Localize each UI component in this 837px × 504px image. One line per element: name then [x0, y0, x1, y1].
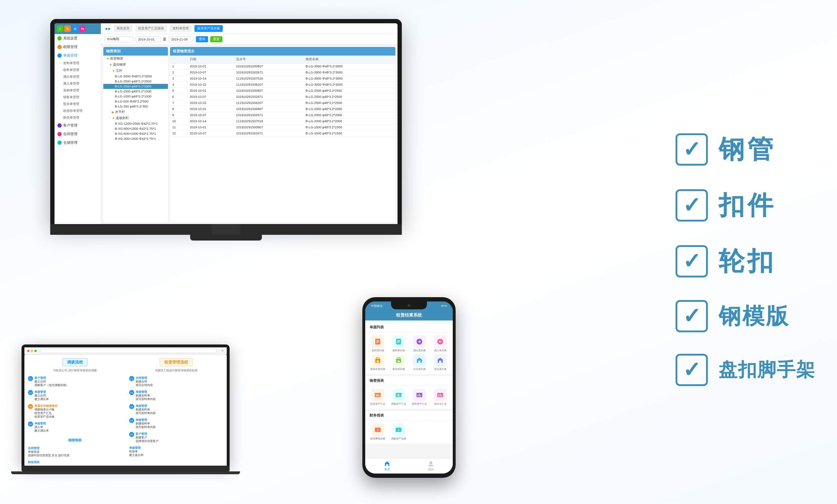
material-tree-panel: 物资类别 ▼ 租赁物资 ▼ 盘扣物资 — [103, 47, 168, 222]
filter-user-input[interactable] — [105, 37, 133, 42]
phone-nav-mine[interactable]: 我的 — [428, 461, 434, 471]
submenu-item-receive[interactable]: 收料单管理 — [60, 67, 101, 73]
submenu-item-purchase[interactable]: 采购单管理 — [60, 87, 101, 94]
step-content-zn: 单据管理 租借单建立盘点单 — [129, 446, 144, 457]
browser-url-bar[interactable] — [41, 349, 217, 353]
step-desc-03: 调拨物资分户账租赁资产汇总租赁资产流水账 — [34, 408, 57, 419]
col-date: 日期 — [188, 56, 234, 63]
phone-item-fali[interactable]: 发料单列表 — [368, 335, 387, 352]
phone-item-zulizongshu[interactable]: ¥ 租赁费用总账 — [368, 423, 387, 441]
submenu-item-sale[interactable]: 销售单管理 — [60, 94, 101, 101]
tree-item-lg2000[interactable]: B-LG-2000 φ48*3.2*2000 — [103, 84, 168, 89]
filter-date-to[interactable] — [169, 37, 194, 42]
phone-item-bancun[interactable]: 暂存单列表 — [389, 354, 408, 371]
phone-item-jincang[interactable]: 进仓单列表 — [431, 354, 450, 371]
submenu-item-lend[interactable]: 租借存单管理 — [60, 108, 101, 114]
system-label: 系统设置 — [63, 36, 77, 41]
tree-item-lg350[interactable]: B-LG-350 φ48*3.2*350 — [103, 104, 168, 109]
laptop-wrapper: ✕ 调拨流程 与租赁公司 进行钢管等物资的调拨 01 — [22, 344, 230, 474]
breadcrumb-summary[interactable]: 租赁资产汇总报表 — [135, 25, 167, 32]
submenu-item-in[interactable]: 调入单管理 — [60, 80, 101, 87]
sidebar-item-permission[interactable]: 权限管理 — [55, 43, 101, 51]
tree-item-lg500[interactable]: B-LG-500 Φ48*3.2*500 — [103, 99, 168, 104]
sidebar-item-warehouse[interactable]: 仓储管理 — [55, 138, 101, 147]
cell-date: 2019-10-01 — [188, 88, 234, 94]
phone-nav-home[interactable]: 首页 — [384, 461, 390, 471]
tree-item-xg600[interactable]: B-XG-600×1000 Φ42*2.75*1 — [103, 131, 168, 136]
phone-battery: 87% — [441, 304, 447, 308]
tree-item-buckle[interactable]: ▼ 盘扣物资 — [103, 62, 168, 68]
tree-item-gaiban[interactable]: ▼ 盖板斜杆 — [103, 115, 168, 121]
folder-icon: ▼ — [112, 117, 115, 120]
phone-item-zulihuizong[interactable]: 租赁资产汇总 — [368, 389, 387, 406]
phone-item-diaopozogshu[interactable]: ¥ 调拨资产总账 — [389, 423, 408, 441]
submenu-item-comp[interactable]: 赔偿单管理 — [60, 114, 101, 121]
sidebar-item-document[interactable]: 单据管理 — [55, 51, 101, 60]
sidebar-btn-share[interactable]: ⇆ — [79, 25, 86, 32]
nav-arrow[interactable]: ◀ ▶ — [105, 27, 111, 30]
breadcrumb-ledger[interactable]: 租赁资产流水账 — [194, 25, 223, 32]
labels-section: ✓ 钢管 ✓ 扣件 ✓ 轮扣 ✓ 钢模版 ✓ 盘扣脚手架 — [654, 118, 815, 386]
cell-date: 2019-10-07 — [188, 112, 234, 118]
table-row[interactable]: 1 2019-10-01 101910291500807 B-LG-3000 Φ… — [170, 63, 395, 70]
table-row[interactable]: 2 2019-10-07 101910291502671 B-LG-3000 Φ… — [170, 70, 395, 76]
phone-nav: 首页 我的 — [365, 458, 453, 474]
table-row[interactable]: 11 2019-10-01 101910291500807 B-LG-1500 … — [170, 124, 395, 130]
sidebar-item-customer[interactable]: 客户管理 — [55, 121, 101, 130]
table-row[interactable]: 12 2019-10-07 101910291502671 B-LG-1500 … — [170, 130, 395, 137]
phone-item-jinchuhuizong[interactable]: 进出仓汇总 — [431, 389, 450, 406]
ledger-table-panel: 租赁物资流水 日期 流水号 物资名称 — [170, 47, 395, 222]
tree-item-xg900[interactable]: B-XG-900×1000 Φ42*2.75*1 — [103, 126, 168, 131]
sidebar-btn-blue[interactable]: ⚙ — [72, 25, 78, 32]
tree-item-lg2500[interactable]: B-LG-2500 φ48*3.2*2500 — [103, 79, 168, 84]
phone-section-danju: 单据列表 — [365, 323, 453, 332]
tree-item-lg1000[interactable]: B-LG-1000 φ48*3.2*1000 — [103, 94, 168, 99]
cell-name: B-LG-2000 φ48*3.2*2000 — [304, 118, 395, 124]
col-name: 物资名称 — [304, 56, 395, 63]
tree-item-shuipinggan[interactable]: ▶ 水平杆 — [103, 109, 168, 115]
phone-item-sholi[interactable]: 收料单列表 — [389, 335, 408, 352]
breadcrumb-home[interactable]: 系统首页 — [114, 25, 132, 32]
sidebar-btn-green[interactable]: ✓ — [57, 25, 63, 32]
cell-sn: 101910291502671 — [234, 94, 304, 100]
step-num-z05: 05 — [129, 432, 134, 437]
tree-item-xg1200[interactable]: B-XG-1200×2000 Φ42*2.75*1 — [103, 121, 168, 126]
highlight-wuzibao: 物资报表 — [28, 436, 122, 443]
submenu-item-temp[interactable]: 暂存单管理 — [60, 101, 101, 108]
cell-name: B-LG-1500 φ48*3.2*1500 — [304, 130, 395, 137]
filter-date-from[interactable] — [136, 37, 161, 42]
sidebar-btn-orange[interactable]: ✎ — [64, 25, 71, 32]
table-row[interactable]: 8 2019-10-01 101910291500807 B-LG-2000 φ… — [170, 106, 395, 112]
table-row[interactable]: 7 2019-10-22 111910291506207 B-LG-2500 φ… — [170, 100, 395, 106]
cell-no: 11 — [170, 124, 188, 130]
phone-item-diaochudan[interactable]: 调出单列表 — [410, 335, 429, 352]
sidebar-item-contract[interactable]: 合同管理 — [55, 130, 101, 138]
search-button[interactable]: 查询 — [196, 36, 208, 42]
browser-min-dot[interactable] — [31, 350, 33, 352]
submenu-item-out[interactable]: 调出单管理 — [60, 73, 101, 80]
submenu-item-issue[interactable]: 发料单管理 — [60, 60, 101, 67]
reset-button[interactable]: 重置 — [210, 36, 222, 42]
browser-max-dot[interactable] — [34, 350, 37, 352]
table-row[interactable]: 9 2019-10-07 101910291502671 B-LG-2000 φ… — [170, 112, 395, 118]
browser-close-dot[interactable] — [27, 350, 29, 352]
phone-item-diaoru[interactable]: 调入单列表 — [431, 335, 450, 352]
phone-item-diaopohuizong[interactable]: 调拨资产汇总 — [389, 389, 408, 406]
browser-close-icon[interactable]: ✕ — [221, 349, 224, 352]
phone-item-zancun[interactable]: 暂存存单列表 — [368, 354, 387, 371]
table-row[interactable]: 4 2019-10-22 111910291506207 B-LG-3000 Φ… — [170, 82, 395, 88]
table-row[interactable]: 5 2019-10-01 101910291500807 B-LG-2500 φ… — [170, 88, 395, 94]
tree-item-lg1500[interactable]: B-LG-1500 φ48*3.2*1500 — [103, 89, 168, 94]
phone-item-zancunhuizong[interactable]: 暂存资产汇总 — [410, 389, 429, 406]
phone-item-chucang[interactable]: 出仓单列表 — [410, 354, 429, 371]
tree-item-xg300[interactable]: B-XG-300×1500 Φ42*2.75*1 — [103, 136, 168, 141]
tree-item-rental[interactable]: ▼ 租赁物资 — [103, 56, 168, 62]
sidebar-item-system[interactable]: 系统设置 — [55, 34, 101, 43]
step-desc-zn: 租借单建立盘点单 — [129, 450, 144, 457]
breadcrumb-issue[interactable]: 发料单管理 — [170, 25, 192, 32]
tree-item-ligang[interactable]: ▼ 立杆 — [103, 68, 168, 74]
table-row[interactable]: 3 2019-10-14 111910291507518 B-LG-3000 Φ… — [170, 76, 395, 82]
table-row[interactable]: 6 2019-10-07 101910291502671 B-LG-2500 φ… — [170, 94, 395, 100]
table-row[interactable]: 10 2019-10-14 111910291507518 B-LG-2000 … — [170, 118, 395, 124]
tree-item-lg3000[interactable]: B-LG-3000 Φ48*3.2*3000 — [103, 74, 168, 79]
